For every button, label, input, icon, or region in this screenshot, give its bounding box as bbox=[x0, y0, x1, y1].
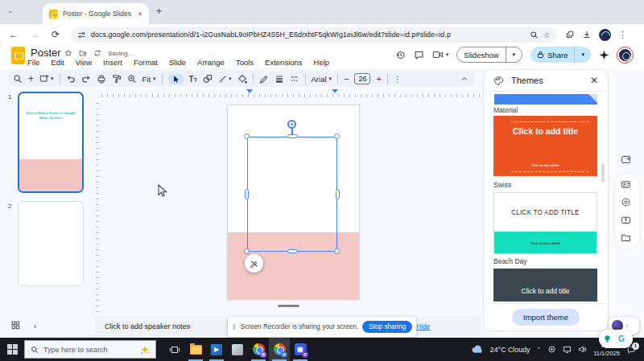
onedrive-tray-icon[interactable] bbox=[547, 345, 556, 354]
tray-expand-icon[interactable]: ⌃ bbox=[536, 347, 541, 353]
browser-menu-icon[interactable]: ⋮ bbox=[618, 30, 627, 40]
panel-scrollbar[interactable] bbox=[601, 163, 605, 183]
font-size-increase[interactable]: + bbox=[376, 74, 381, 84]
chrome-profile2-icon[interactable]: ⟳ bbox=[269, 338, 290, 361]
handle-bottom-middle[interactable] bbox=[287, 249, 298, 253]
menu-insert[interactable]: Insert bbox=[103, 58, 122, 67]
ruler-marker-right[interactable] bbox=[332, 89, 338, 93]
notes-resize-grip[interactable] bbox=[278, 305, 299, 307]
slides-logo[interactable] bbox=[11, 47, 25, 64]
slide-1-thumbnail[interactable]: How to Make a Poster in Google Slides fo… bbox=[18, 92, 84, 193]
tune-icon[interactable] bbox=[77, 31, 86, 39]
handle-top-middle[interactable] bbox=[287, 134, 298, 138]
print-icon[interactable] bbox=[97, 74, 106, 84]
handle-top-left[interactable] bbox=[244, 133, 250, 139]
chrome-profile1-icon[interactable]: R bbox=[248, 338, 269, 361]
theme-thumbnail-beach-day[interactable]: Click to add title Click to add subtitle bbox=[493, 192, 597, 254]
floating-widget-collapse-icon[interactable]: ‹ bbox=[626, 322, 629, 330]
border-dash-icon[interactable] bbox=[290, 74, 299, 84]
movies-tv-icon[interactable]: ▶ bbox=[206, 338, 227, 361]
new-slide-plus-icon[interactable]: + bbox=[28, 73, 34, 84]
search-menus-icon[interactable] bbox=[13, 74, 23, 84]
recorder-app-icon[interactable]: ▣ R bbox=[290, 338, 311, 361]
hide-banner-link[interactable]: Hide bbox=[416, 323, 430, 330]
document-title[interactable]: Poster bbox=[31, 47, 61, 59]
gemini-sparkle-icon[interactable] bbox=[599, 50, 609, 60]
menu-file[interactable]: File bbox=[27, 58, 39, 67]
menu-help[interactable]: Help bbox=[314, 58, 330, 67]
tab-close-icon[interactable]: × bbox=[138, 10, 142, 18]
forward-icon[interactable]: → bbox=[24, 29, 45, 40]
refresh-icon[interactable]: ⟳ bbox=[45, 29, 66, 40]
account-avatar[interactable] bbox=[617, 47, 633, 63]
zoom-icon[interactable] bbox=[127, 74, 137, 84]
handle-right-middle[interactable] bbox=[336, 189, 340, 199]
taskbar-search-box[interactable]: Type here to search bbox=[24, 340, 156, 359]
zoom-fit-select[interactable]: Fit ▾ bbox=[142, 75, 156, 84]
menu-extensions[interactable]: Extensions bbox=[265, 58, 302, 67]
share-dropdown-icon[interactable]: ▾ bbox=[575, 51, 591, 58]
select-tool[interactable] bbox=[168, 74, 184, 84]
fill-color-icon[interactable] bbox=[237, 74, 247, 84]
bing-sparkle-icon[interactable] bbox=[140, 345, 150, 355]
file-explorer-icon[interactable] bbox=[185, 338, 206, 361]
version-history-icon[interactable] bbox=[395, 50, 406, 60]
slideshow-label[interactable]: Slideshow bbox=[457, 51, 505, 59]
slideshow-button[interactable]: Slideshow ▾ bbox=[456, 47, 522, 63]
handle-left-middle[interactable] bbox=[245, 189, 249, 199]
photos-app-icon[interactable] bbox=[227, 338, 248, 361]
slide-2-thumbnail[interactable] bbox=[18, 201, 84, 286]
border-weight-icon[interactable] bbox=[275, 74, 284, 84]
grammarly-widget[interactable]: G bbox=[599, 330, 633, 348]
slideshow-dropdown-icon[interactable]: ▾ bbox=[506, 51, 522, 58]
network-tray-icon[interactable] bbox=[563, 345, 572, 354]
menu-arrange[interactable]: Arrange bbox=[197, 58, 225, 67]
toolbar-more-icon[interactable]: ⋮ bbox=[394, 75, 402, 84]
ruler-marker-left[interactable] bbox=[246, 89, 253, 93]
menu-format[interactable]: Format bbox=[134, 58, 158, 67]
rail-keep-icon[interactable] bbox=[621, 197, 631, 207]
download-icon[interactable] bbox=[582, 30, 592, 39]
comments-icon[interactable] bbox=[414, 50, 424, 60]
bookmark-star-icon[interactable]: ☆ bbox=[543, 31, 551, 39]
collapse-toolbar-icon[interactable] bbox=[460, 71, 469, 87]
move-folder-icon[interactable] bbox=[79, 49, 87, 57]
redo-icon[interactable] bbox=[81, 74, 91, 84]
browser-tab[interactable]: Poster - Google Slides × bbox=[43, 3, 149, 24]
paint-format-icon[interactable] bbox=[112, 74, 122, 84]
star-doc-icon[interactable] bbox=[64, 49, 72, 57]
theme-thumbnail-dark[interactable]: Click to add title bbox=[493, 269, 597, 302]
font-family-select[interactable]: Arial ▾ bbox=[312, 75, 332, 84]
new-tab-button[interactable]: + bbox=[156, 6, 162, 17]
start-button[interactable] bbox=[7, 344, 18, 355]
weather-text[interactable]: 24°C Cloudy bbox=[490, 346, 530, 354]
handle-top-right[interactable] bbox=[334, 133, 340, 139]
textbox-tool-icon[interactable]: TT bbox=[189, 75, 197, 84]
zoom-search-icon[interactable] bbox=[530, 31, 539, 39]
meet-button[interactable]: ▾ bbox=[432, 50, 449, 59]
selection-rectangle[interactable] bbox=[247, 137, 337, 252]
font-size-decrease[interactable]: − bbox=[344, 74, 349, 84]
handle-bottom-left[interactable] bbox=[244, 248, 250, 254]
border-color-icon[interactable] bbox=[259, 74, 269, 84]
theme-thumbnail-swiss[interactable]: Click to add title Click to add subtitle bbox=[493, 116, 597, 176]
share-button[interactable]: Share ▾ bbox=[530, 47, 591, 63]
import-theme-button[interactable]: Import theme bbox=[512, 309, 580, 326]
rail-image-icon[interactable] bbox=[621, 154, 631, 165]
url-bar[interactable]: docs.google.com/presentation/d/1-i2GusNa… bbox=[71, 27, 557, 43]
shapes-tool-icon[interactable] bbox=[203, 74, 213, 84]
close-themes-panel-icon[interactable]: ✕ bbox=[590, 75, 598, 86]
tab-search-chevron-icon[interactable]: ⌄ bbox=[7, 6, 14, 14]
theme-thumbnail-material[interactable] bbox=[494, 94, 597, 105]
font-size-input[interactable]: 26 bbox=[354, 73, 370, 84]
grid-view-icon[interactable] bbox=[11, 321, 20, 330]
rail-contacts-icon[interactable] bbox=[621, 179, 631, 190]
volume-tray-icon[interactable] bbox=[578, 345, 587, 354]
menu-view[interactable]: View bbox=[76, 58, 92, 67]
menu-edit[interactable]: Edit bbox=[51, 58, 64, 67]
weather-cloud-icon[interactable] bbox=[472, 345, 484, 354]
back-icon[interactable]: ← bbox=[3, 29, 24, 40]
menu-slide[interactable]: Slide bbox=[169, 58, 186, 67]
browser-profile-avatar[interactable] bbox=[599, 29, 611, 41]
collapse-filmstrip-icon[interactable]: ‹ bbox=[34, 322, 36, 330]
